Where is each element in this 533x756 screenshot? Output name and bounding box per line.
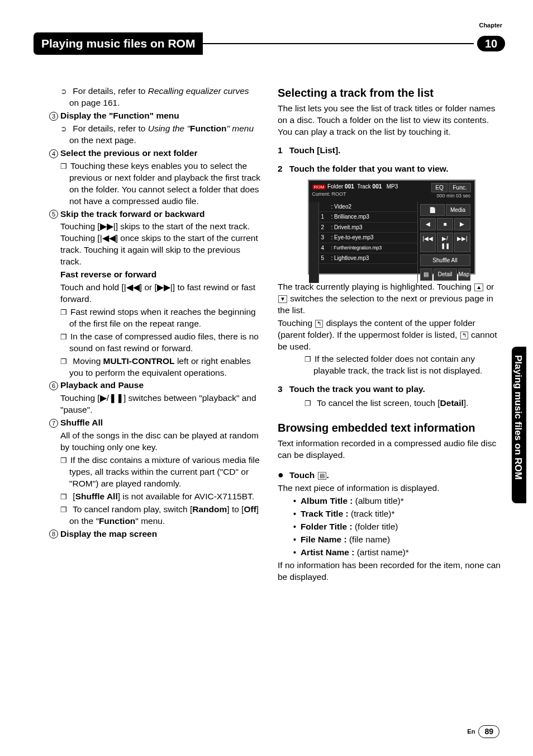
map-button[interactable]: Map [458, 268, 470, 281]
scroll-bar[interactable] [309, 202, 319, 283]
list-item[interactable]: 3: Eye-to-eye.mp3 [319, 233, 417, 243]
side-tab-text: Playing music files on ROM [511, 355, 524, 480]
item-7-note3: To cancel random play, switch [Random] t… [60, 504, 261, 527]
page-number: 89 [478, 725, 499, 738]
item-7: 7Shuffle All [49, 417, 261, 429]
play-pause-button[interactable]: ▶/❚❚ [437, 233, 453, 252]
up-folder-icon: ↰ [315, 320, 323, 328]
up-folder-icon[interactable]: 📄 [420, 204, 445, 216]
next-folder-button[interactable]: ▶ [454, 218, 470, 230]
ref-function-menu: For details, refer to Using the "Functio… [60, 123, 261, 147]
touch-instruction: ● Touch ▤. [278, 468, 505, 481]
func-button[interactable]: Func. [449, 183, 470, 193]
track-list: : Video2 1: Brilliance.mp3 2: Driveit.mp… [319, 202, 417, 283]
item-5-fast-body: Touch and hold [|◀◀] or [▶▶|] to fast re… [60, 282, 261, 305]
left-column: For details, refer to Recalling equalize… [34, 86, 261, 584]
text-info-icon: ▤ [318, 472, 326, 480]
detail-button[interactable]: Detail [434, 268, 457, 281]
item-4: 4Select the previous or next folder [49, 148, 261, 159]
info-icon[interactable]: ▤ [420, 268, 432, 281]
info-album: Album Title : (album title)* [293, 495, 505, 507]
eq-button[interactable]: EQ [431, 183, 447, 193]
item-6: 6Playback and Pause [49, 380, 261, 391]
ref-equalizer: For details, refer to Recalling equalize… [60, 86, 261, 109]
shuffle-all-button[interactable]: Shuffle All [420, 254, 470, 267]
list-item[interactable]: 2: Driveit.mp3 [319, 223, 417, 233]
sec2-outro: If no information has been recorded for … [278, 560, 505, 583]
page-up-icon: ▲ [474, 284, 483, 291]
item-5-note2: In the case of compressed audio files, t… [60, 331, 261, 355]
item-3: 3Display the "Function" menu [49, 110, 261, 122]
up-folder-icon: ↰ [460, 332, 468, 339]
next-piece-line: The next piece of information is display… [278, 483, 505, 494]
step-1: 1Touch [List]. [278, 145, 505, 157]
item-5: 5Skip the track forward or backward [49, 209, 261, 220]
item-6-body: Touching [▶/❚❚] switches between "playba… [60, 393, 261, 416]
chapter-label: Chapter [479, 21, 502, 30]
info-track: Track Title : (track title)* [293, 508, 505, 520]
page-lang: En [467, 727, 475, 736]
step-2: 2Touch the folder that you want to view. [278, 163, 505, 175]
forward-button[interactable]: ▶▶| [454, 233, 470, 252]
right-column: Selecting a track from the list The list… [278, 86, 505, 584]
stop-button[interactable]: ■ [437, 218, 453, 230]
item-5-fast-title: Fast reverse or forward [60, 269, 261, 281]
item-8: 8Display the map screen [49, 528, 261, 540]
header-bar: Playing music files on ROM 10 [34, 32, 505, 55]
item-5-note1: Fast rewind stops when it reaches the be… [60, 306, 261, 330]
list-item[interactable]: : Video2 [319, 202, 417, 212]
list-item[interactable]: 1: Brilliance.mp3 [319, 212, 417, 223]
info-file: File Name : (file name) [293, 534, 505, 546]
header-rule [203, 43, 474, 44]
step-3-note: To cancel the list screen, touch [Detail… [304, 398, 505, 409]
list-item[interactable]: 4: Furtherintegration.mp3 [319, 243, 417, 254]
step-3: 3Touch the track you want to play. [278, 384, 505, 395]
sec2-intro: Text information recorded in a compresse… [278, 438, 505, 461]
rom-badge: ROM [312, 185, 326, 190]
page-down-icon: ▼ [278, 295, 287, 303]
media-button[interactable]: Media [446, 204, 470, 216]
sec1-intro: The list lets you see the list of track … [278, 103, 505, 138]
list-item[interactable]: 5: Lightlove.mp3 [319, 253, 417, 264]
item-7-note2: [Shuffle All] is not available for AVIC-… [60, 491, 261, 503]
item-4-body: Touching these keys enables you to selec… [60, 160, 261, 207]
item-7-body: All of the songs in the disc can be play… [60, 430, 261, 453]
after-screenshot-1: The track currently playing is highlight… [278, 281, 505, 316]
page-footer: En 89 [467, 725, 499, 738]
item-7-note1: If the disc contains a mixture of variou… [60, 455, 261, 490]
section-title-browsing: Browsing embedded text information [278, 420, 505, 436]
item-5-note3: Moving MULTI-CONTROL left or right enabl… [60, 356, 261, 379]
content-columns: For details, refer to Recalling equalize… [34, 86, 505, 584]
after-screenshot-2: Touching ↰ displays the content of the u… [278, 318, 505, 353]
info-folder: Folder Title : (folder title) [293, 521, 505, 533]
prev-folder-button[interactable]: ◀ [420, 218, 436, 230]
item-5-body: Touching [▶▶|] skips to the start of the… [60, 221, 261, 268]
selected-folder-note: If the selected folder does not contain … [304, 353, 505, 377]
chapter-number-badge: 10 [477, 36, 505, 51]
info-artist: Artist Name : (artist name)* [293, 547, 505, 559]
device-screenshot: ROM Folder 001 Track 001 MP3 Current: RO… [308, 179, 475, 275]
rewind-button[interactable]: |◀◀ [420, 233, 436, 252]
section-title-selecting: Selecting a track from the list [278, 86, 505, 101]
page-title: Playing music files on ROM [34, 32, 203, 55]
